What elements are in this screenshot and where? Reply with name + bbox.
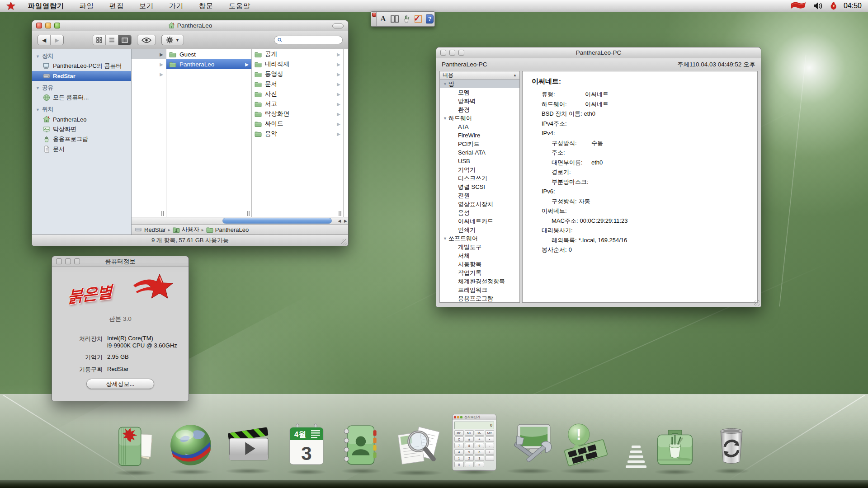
folder-row[interactable]: 탁상화면▶ xyxy=(252,109,343,119)
folder-row[interactable]: 문서▶ xyxy=(252,79,343,89)
tree-item[interactable]: 디스크쓰기 xyxy=(440,174,519,183)
dock-system-tools[interactable] xyxy=(503,419,557,470)
tree-item[interactable]: 프레임워크 xyxy=(440,286,519,294)
sidebar-section-header[interactable]: ▼장치 xyxy=(32,49,131,61)
disclosure-triangle-icon[interactable]: ▼ xyxy=(36,86,40,90)
sidebar-item[interactable]: 응용프로그람 xyxy=(32,134,131,144)
text-tool-button[interactable]: A xyxy=(378,14,388,24)
dock-calculator[interactable]: 전자수산기 0 MCM+M-MRC±÷×789-456+123 0.= 전자수산… xyxy=(452,414,496,471)
sysinfo-titlebar[interactable]: PantheraLeo-PC xyxy=(436,47,761,58)
search-field[interactable] xyxy=(274,36,343,44)
action-menu-button[interactable]: ▼ xyxy=(161,35,184,45)
scrollbar-thumb[interactable] xyxy=(222,218,332,224)
tree-item[interactable]: 영상표시장치 xyxy=(440,200,519,208)
dock-media-player[interactable] xyxy=(222,420,275,470)
menu-edit[interactable]: 편집 xyxy=(109,2,124,10)
sidebar-item[interactable]: RedStar xyxy=(32,71,131,81)
path-crumb[interactable]: PantheraLeo xyxy=(206,226,249,233)
list-view-button[interactable] xyxy=(106,35,118,45)
tree-item[interactable]: 음성 xyxy=(440,208,519,217)
column-row[interactable]: ▶ xyxy=(132,69,166,79)
tree-item[interactable]: 이써네트카드 xyxy=(440,217,519,225)
disclosure-triangle-icon[interactable]: ▼ xyxy=(443,82,448,86)
sidebar-item[interactable]: 모든 콤퓨터... xyxy=(32,93,131,103)
menu-view[interactable]: 보기 xyxy=(139,2,154,10)
folder-row[interactable]: 사진▶ xyxy=(252,89,343,99)
tree-item[interactable]: FireWire xyxy=(440,131,519,140)
disclosure-triangle-icon[interactable]: ▼ xyxy=(443,116,448,121)
column-resize-handle[interactable] xyxy=(247,211,250,216)
tree-category[interactable]: ▼쏘프트웨어 xyxy=(440,234,519,243)
dock-file-manager[interactable] xyxy=(111,421,159,472)
tree-item[interactable]: 서체 xyxy=(440,251,519,260)
details-button[interactable]: 상세정보... xyxy=(86,379,154,389)
folder-row[interactable]: 동영상▶ xyxy=(252,69,343,79)
folder-row[interactable]: PantheraLeo▶ xyxy=(166,59,251,69)
menu-go[interactable]: 가기 xyxy=(169,2,184,10)
tree-item[interactable]: 개발도구 xyxy=(440,243,519,251)
tree-item[interactable]: 응용프로그람 xyxy=(440,294,519,303)
zoom-button[interactable] xyxy=(54,23,60,28)
path-crumb[interactable]: RedStar xyxy=(135,226,166,233)
icon-view-button[interactable] xyxy=(93,35,106,45)
close-button[interactable] xyxy=(440,50,446,56)
minimize-button[interactable] xyxy=(65,258,71,264)
folder-row[interactable]: Guest xyxy=(166,49,251,59)
red-star-menu-icon[interactable] xyxy=(6,1,15,10)
tree-item[interactable]: 인쇄기 xyxy=(440,225,519,234)
help-tool-button[interactable]: ? xyxy=(425,14,434,24)
tree-item[interactable]: 병렬 SCSI xyxy=(440,183,519,191)
sidebar-section-header[interactable]: ▼공유 xyxy=(32,81,131,93)
disclosure-triangle-icon[interactable]: ▼ xyxy=(36,54,40,59)
dock-trash[interactable] xyxy=(711,422,752,470)
draw-tools-button[interactable] xyxy=(402,14,411,24)
flag-icon[interactable] xyxy=(790,1,807,10)
column-row[interactable]: ▶ xyxy=(132,49,166,59)
tree-item[interactable]: 모뎀 xyxy=(440,88,519,97)
tree-header[interactable]: 내용▲ xyxy=(440,71,519,80)
dock-preview[interactable] xyxy=(388,421,447,472)
menu-help[interactable]: 도움말 xyxy=(229,2,250,10)
columns-tool-button[interactable] xyxy=(390,14,400,24)
menu-file-manager[interactable]: 파일열람기 xyxy=(28,2,64,10)
tree-item[interactable]: 환경 xyxy=(440,105,519,114)
menu-window[interactable]: 창문 xyxy=(199,2,213,10)
zoom-button[interactable] xyxy=(458,50,464,56)
sidebar-item[interactable]: 탁상화면 xyxy=(32,124,131,134)
quicklook-button[interactable] xyxy=(137,35,156,45)
folder-row[interactable]: 음악▶ xyxy=(252,129,343,139)
tree-item[interactable]: 작업기록 xyxy=(440,268,519,277)
path-crumb[interactable]: 사용자 xyxy=(173,225,199,234)
dock-web-browser[interactable] xyxy=(165,419,216,471)
menu-clock[interactable]: 04:50 xyxy=(844,2,862,10)
minimize-button[interactable] xyxy=(449,50,455,56)
back-button[interactable]: ◀ xyxy=(38,35,51,45)
dock-calendar[interactable]: 4월 3 4월 3 xyxy=(284,420,329,471)
sidebar-item[interactable]: PantheraLeo xyxy=(32,114,131,124)
forward-button[interactable]: ▶ xyxy=(51,35,63,45)
tree-item[interactable]: 체계환경설정항목 xyxy=(440,277,519,286)
column-resize-handle[interactable] xyxy=(161,211,164,216)
tree-item[interactable]: 전원 xyxy=(440,191,519,200)
toolbar-toggle-button[interactable] xyxy=(332,23,344,28)
search-input[interactable] xyxy=(284,37,339,44)
tree-item[interactable]: Serial-ATA xyxy=(440,148,519,157)
folder-row[interactable]: 공개▶ xyxy=(252,49,343,59)
spellcheck-tool-button[interactable]: ✓ xyxy=(413,14,423,24)
tree-item[interactable]: PCI카드 xyxy=(440,140,519,148)
tree-item[interactable]: ATA xyxy=(440,122,519,131)
tree-item[interactable]: 시동항목 xyxy=(440,260,519,268)
folder-row[interactable]: 싸이트▶ xyxy=(252,119,343,129)
tree-category[interactable]: ▼하드웨어 xyxy=(440,114,519,122)
finder-titlebar[interactable]: PantheraLeo xyxy=(32,20,348,31)
tree-item[interactable]: 기억기 xyxy=(440,165,519,174)
menu-file[interactable]: 파일 xyxy=(80,2,94,10)
volume-icon[interactable] xyxy=(813,2,824,10)
scroll-left-button[interactable]: ◀ xyxy=(338,219,341,223)
tree-item[interactable]: USB xyxy=(440,157,519,165)
resize-grip[interactable] xyxy=(341,239,347,245)
about-titlebar[interactable]: 콤퓨터정보 xyxy=(52,256,189,267)
dock-address-book[interactable] xyxy=(338,420,384,470)
dock-utilities[interactable] xyxy=(651,422,699,471)
column-row[interactable]: ▶ xyxy=(132,59,166,69)
